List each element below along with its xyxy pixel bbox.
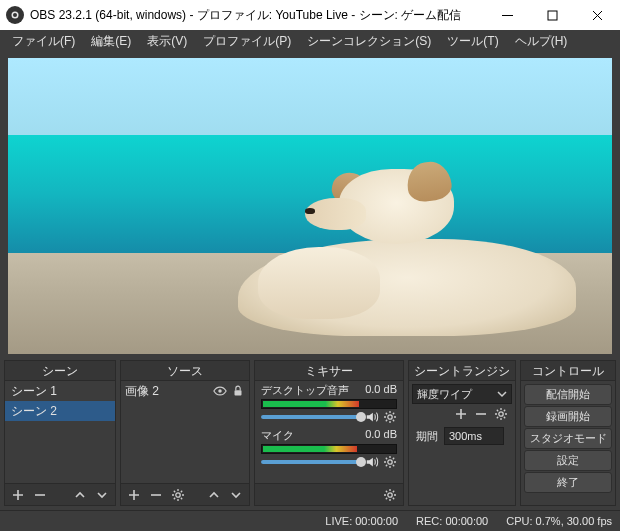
menu-help[interactable]: ヘルプ(H) xyxy=(507,31,576,52)
status-live: LIVE: 00:00:00 xyxy=(325,515,398,527)
titlebar: OBS 23.2.1 (64-bit, windows) - プロファイル: Y… xyxy=(0,0,620,30)
scenes-header: シーン xyxy=(5,361,115,381)
sources-toolbar xyxy=(121,483,249,505)
chevron-down-icon[interactable] xyxy=(229,488,243,502)
transition-select[interactable]: 輝度ワイプ xyxy=(412,384,512,404)
menu-view[interactable]: 表示(V) xyxy=(139,31,195,52)
track-name: デスクトップ音声 xyxy=(261,383,349,398)
duration-spinbox[interactable]: 300ms xyxy=(444,427,504,445)
svg-point-8 xyxy=(388,460,392,464)
mixer-header: ミキサー xyxy=(255,361,403,381)
lock-icon[interactable] xyxy=(231,384,245,398)
window-title: OBS 23.2.1 (64-bit, windows) - プロファイル: Y… xyxy=(30,7,461,24)
mixer-body: デスクトップ音声 0.0 dB マイ xyxy=(255,381,403,483)
source-label: 画像 2 xyxy=(125,383,209,400)
svg-point-7 xyxy=(388,415,392,419)
scene-item[interactable]: シーン 1 xyxy=(5,381,115,401)
mixer-toolbar xyxy=(255,483,403,505)
statusbar: LIVE: 00:00:00 REC: 00:00:00 CPU: 0.7%, … xyxy=(0,510,620,531)
menubar: ファイル(F) 編集(E) 表示(V) プロファイル(P) シーンコレクション(… xyxy=(0,30,620,52)
duration-value: 300ms xyxy=(449,430,482,442)
speaker-icon[interactable] xyxy=(365,410,379,424)
menu-file[interactable]: ファイル(F) xyxy=(4,31,83,52)
dock-area: シーン シーン 1 シーン 2 ソース 画像 2 xyxy=(0,360,620,510)
status-rec: REC: 00:00:00 xyxy=(416,515,488,527)
menu-profile[interactable]: プロファイル(P) xyxy=(195,31,299,52)
plus-icon[interactable] xyxy=(454,407,468,421)
track-db: 0.0 dB xyxy=(365,383,397,398)
gear-icon[interactable] xyxy=(383,455,397,469)
svg-rect-3 xyxy=(548,11,557,20)
scenes-list: シーン 1 シーン 2 xyxy=(5,381,115,483)
eye-icon[interactable] xyxy=(213,384,227,398)
sources-panel: ソース 画像 2 xyxy=(120,360,250,506)
mixer-track: マイク 0.0 dB xyxy=(255,426,403,471)
chevron-up-icon[interactable] xyxy=(207,488,221,502)
svg-point-2 xyxy=(13,13,17,17)
controls-header: コントロール xyxy=(521,361,615,381)
mixer-track: デスクトップ音声 0.0 dB xyxy=(255,381,403,426)
svg-point-9 xyxy=(388,492,392,496)
svg-rect-5 xyxy=(235,390,242,395)
maximize-button[interactable] xyxy=(530,0,575,30)
menu-tools[interactable]: ツール(T) xyxy=(439,31,506,52)
minimize-button[interactable] xyxy=(485,0,530,30)
controls-panel: コントロール 配信開始 録画開始 スタジオモード 設定 終了 xyxy=(520,360,616,506)
svg-point-6 xyxy=(176,492,180,496)
obs-icon xyxy=(6,6,24,24)
minus-icon[interactable] xyxy=(33,488,47,502)
gear-icon[interactable] xyxy=(383,410,397,424)
track-db: 0.0 dB xyxy=(365,428,397,443)
studio-mode-button[interactable]: スタジオモード xyxy=(524,428,612,449)
start-recording-button[interactable]: 録画開始 xyxy=(524,406,612,427)
duration-label: 期間 xyxy=(416,429,438,444)
scene-item[interactable]: シーン 2 xyxy=(5,401,115,421)
preview-area xyxy=(0,52,620,360)
preview-canvas[interactable] xyxy=(8,58,612,354)
minus-icon[interactable] xyxy=(149,488,163,502)
transitions-panel: シーントランジション 輝度ワイプ 期間 300ms xyxy=(408,360,516,506)
minus-icon[interactable] xyxy=(474,407,488,421)
menu-scene-collection[interactable]: シーンコレクション(S) xyxy=(299,31,439,52)
gear-icon[interactable] xyxy=(171,488,185,502)
chevron-up-icon[interactable] xyxy=(73,488,87,502)
exit-button[interactable]: 終了 xyxy=(524,472,612,493)
svg-point-4 xyxy=(218,389,222,393)
sources-header: ソース xyxy=(121,361,249,381)
settings-button[interactable]: 設定 xyxy=(524,450,612,471)
scenes-toolbar xyxy=(5,483,115,505)
speaker-icon[interactable] xyxy=(365,455,379,469)
close-button[interactable] xyxy=(575,0,620,30)
chevron-down-icon xyxy=(497,389,507,399)
level-meter xyxy=(261,399,397,409)
level-meter xyxy=(261,444,397,454)
track-name: マイク xyxy=(261,428,294,443)
start-streaming-button[interactable]: 配信開始 xyxy=(524,384,612,405)
transition-selected: 輝度ワイプ xyxy=(417,387,472,402)
controls-body: 配信開始 録画開始 スタジオモード 設定 終了 xyxy=(521,381,615,505)
volume-slider[interactable] xyxy=(261,410,361,424)
svg-point-10 xyxy=(499,412,503,416)
transitions-header: シーントランジション xyxy=(409,361,515,381)
source-item[interactable]: 画像 2 xyxy=(121,381,249,401)
transitions-body: 輝度ワイプ 期間 300ms xyxy=(409,381,515,505)
status-cpu: CPU: 0.7%, 30.00 fps xyxy=(506,515,612,527)
plus-icon[interactable] xyxy=(127,488,141,502)
window-controls xyxy=(485,0,620,30)
sources-list: 画像 2 xyxy=(121,381,249,483)
gear-icon[interactable] xyxy=(494,407,508,421)
mixer-panel: ミキサー デスクトップ音声 0.0 dB xyxy=(254,360,404,506)
gear-icon[interactable] xyxy=(383,488,397,502)
menu-edit[interactable]: 編集(E) xyxy=(83,31,139,52)
volume-slider[interactable] xyxy=(261,455,361,469)
chevron-down-icon[interactable] xyxy=(95,488,109,502)
scenes-panel: シーン シーン 1 シーン 2 xyxy=(4,360,116,506)
plus-icon[interactable] xyxy=(11,488,25,502)
